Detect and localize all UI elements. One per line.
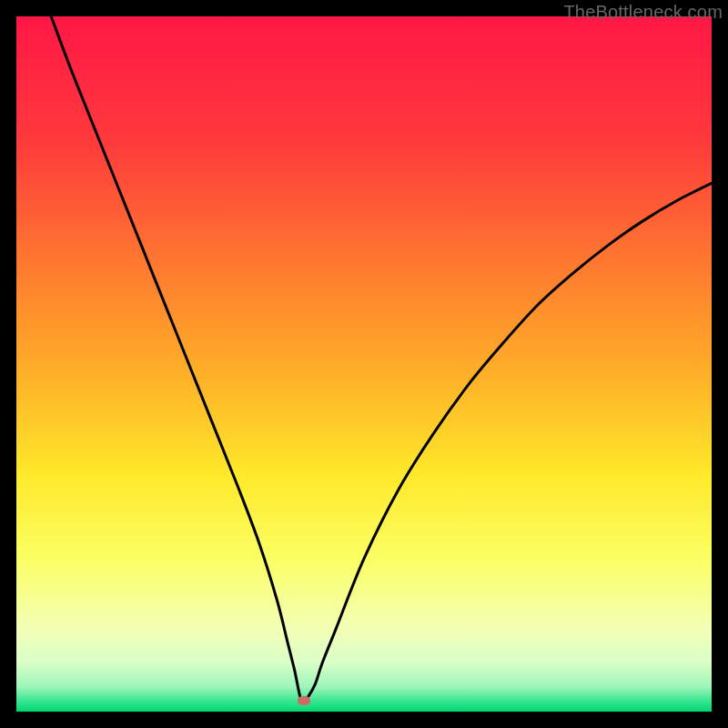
optimum-marker	[298, 696, 310, 705]
chart-frame	[16, 16, 712, 712]
chart-plot	[16, 16, 712, 712]
chart-background	[16, 16, 712, 712]
watermark-text: TheBottleneck.com	[563, 2, 723, 23]
